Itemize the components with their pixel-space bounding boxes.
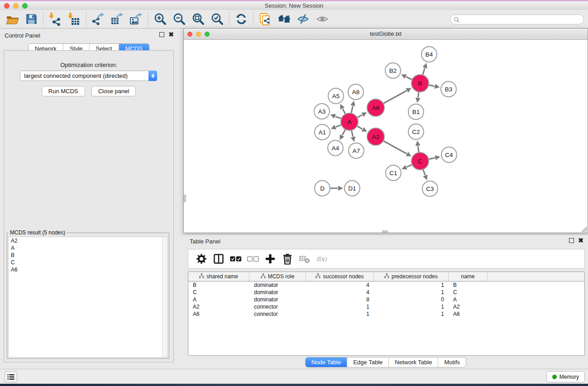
cell-successor-nodes[interactable]: 1 — [306, 311, 374, 317]
tab-motifs[interactable]: Motifs — [438, 357, 466, 367]
column-header-predecessor-nodes[interactable]: predecessor nodes — [374, 272, 449, 281]
table-row[interactable]: Bdominator41B — [188, 281, 584, 289]
graph-node-D1[interactable]: D1 — [344, 181, 360, 196]
table-row[interactable]: A6connector11A6 — [188, 310, 584, 318]
cell-predecessor-nodes[interactable]: 0 — [374, 296, 449, 303]
graph-node-A2[interactable]: A2 — [367, 128, 384, 145]
table-settings-icon[interactable] — [196, 253, 207, 265]
cell-predecessor-nodes[interactable]: 1 — [374, 289, 449, 295]
resize-grip-icon[interactable] — [582, 227, 587, 232]
table-row[interactable]: A2connector11A2 — [188, 303, 584, 310]
import-network-icon[interactable] — [48, 12, 62, 26]
add-column-icon[interactable] — [264, 253, 276, 265]
graph-node-A3[interactable]: A3 — [314, 104, 330, 119]
cell-shared-name[interactable]: B — [188, 282, 249, 288]
run-mcds-button[interactable]: Run MCDS — [42, 86, 85, 96]
open-file-icon[interactable] — [5, 12, 19, 26]
cell-name[interactable]: C — [449, 289, 488, 295]
graph-node-A8[interactable]: A8 — [348, 84, 363, 100]
refresh-icon[interactable] — [234, 12, 248, 26]
first-neighbors-icon[interactable] — [277, 12, 291, 26]
network-zoom-icon[interactable] — [205, 32, 210, 37]
float-panel-icon[interactable] — [159, 32, 164, 37]
result-node-item[interactable]: A2 — [9, 237, 167, 244]
graph-node-A4[interactable]: A4 — [328, 140, 343, 156]
graph-node-A7[interactable]: A7 — [349, 143, 364, 158]
result-node-item[interactable]: A6 — [9, 266, 167, 273]
search-field[interactable] — [450, 14, 584, 24]
cell-successor-nodes[interactable]: 4 — [306, 282, 374, 288]
column-header-successor-nodes[interactable]: successor nodes — [306, 272, 374, 281]
export-network-icon[interactable] — [91, 12, 105, 26]
table-row[interactable]: Cdominator41C — [188, 289, 584, 296]
memory-button[interactable]: Memory — [546, 371, 585, 382]
graph-node-C[interactable]: C — [411, 152, 429, 170]
cell-name[interactable]: B — [449, 282, 488, 288]
horizontal-scrollbar-thumb[interactable] — [382, 230, 388, 233]
optimization-criterion-dropdown[interactable]: largest connected component (directed) — [20, 71, 157, 81]
table-close-panel-icon[interactable]: ✖ — [578, 238, 583, 243]
cell-shared-name[interactable]: A — [188, 296, 249, 303]
cell-MCDS-role[interactable]: dominator — [249, 296, 306, 303]
delete-column-icon[interactable] — [282, 253, 293, 265]
network-close-icon[interactable] — [187, 32, 192, 37]
cell-MCDS-role[interactable]: connector — [249, 311, 306, 317]
tab-node-table[interactable]: Node Table — [306, 357, 348, 367]
result-node-item[interactable]: B — [9, 252, 167, 259]
graph-node-A[interactable]: A — [341, 113, 358, 130]
cell-name[interactable]: A — [449, 296, 488, 303]
network-canvas[interactable]: AA1A2A3A4A5A6A7A8BB1B2B3B4CC1C2C3C4DD1 — [184, 40, 588, 233]
export-image-icon[interactable] — [129, 12, 143, 26]
cell-name[interactable]: A2 — [449, 304, 488, 310]
graph-node-C1[interactable]: C1 — [386, 165, 401, 181]
close-panel-icon[interactable]: ✖ — [168, 32, 174, 37]
zoom-in-icon[interactable] — [153, 12, 167, 26]
cell-shared-name[interactable]: A6 — [188, 311, 249, 317]
graph-node-A6[interactable]: A6 — [367, 99, 384, 116]
cell-successor-nodes[interactable]: 1 — [306, 304, 374, 310]
graph-node-B2[interactable]: B2 — [385, 63, 401, 78]
zoom-fit-icon[interactable] — [191, 12, 205, 26]
cell-successor-nodes[interactable]: 4 — [306, 289, 374, 295]
cell-MCDS-role[interactable]: dominator — [249, 289, 306, 295]
table-float-panel-icon[interactable] — [569, 238, 574, 243]
close-window-icon[interactable] — [4, 3, 10, 9]
minimize-window-icon[interactable] — [13, 3, 19, 9]
import-table-icon[interactable] — [67, 12, 81, 26]
cell-shared-name[interactable]: C — [188, 289, 249, 295]
search-input[interactable] — [459, 15, 583, 24]
close-panel-button[interactable]: Close panel — [91, 86, 136, 96]
graph-node-A5[interactable]: A5 — [328, 88, 344, 104]
graph-node-B3[interactable]: B3 — [441, 81, 456, 97]
graph-node-C4[interactable]: C4 — [441, 147, 457, 162]
task-history-button[interactable] — [5, 371, 17, 382]
result-list-scrollbar[interactable] — [162, 237, 167, 357]
cell-shared-name[interactable]: A2 — [188, 304, 249, 310]
zoom-out-icon[interactable] — [172, 12, 186, 26]
column-header-shared-name[interactable]: shared name — [188, 272, 249, 281]
result-node-item[interactable]: A — [9, 244, 167, 252]
graph-node-B[interactable]: B — [411, 75, 429, 92]
graph-node-B4[interactable]: B4 — [421, 47, 437, 62]
network-snapshot-icon[interactable] — [258, 12, 272, 26]
cell-name[interactable]: A6 — [449, 311, 488, 317]
cell-successor-nodes[interactable]: 8 — [306, 296, 374, 303]
cell-predecessor-nodes[interactable]: 1 — [374, 282, 449, 288]
table-row[interactable]: Adominator80A — [188, 296, 584, 303]
result-node-item[interactable]: C — [9, 259, 167, 266]
hide-selected-icon[interactable] — [296, 12, 310, 26]
column-header-name[interactable]: name — [449, 272, 488, 281]
save-session-icon[interactable] — [24, 12, 38, 26]
graph-node-A1[interactable]: A1 — [315, 124, 330, 140]
graph-node-D[interactable]: D — [315, 181, 330, 196]
graph-node-C2[interactable]: C2 — [408, 124, 424, 139]
column-manager-icon[interactable] — [213, 253, 225, 265]
network-minimize-icon[interactable] — [196, 32, 201, 37]
tab-edge-table[interactable]: Edge Table — [347, 357, 389, 367]
cell-MCDS-role[interactable]: dominator — [249, 282, 306, 288]
cell-MCDS-role[interactable]: connector — [249, 304, 306, 310]
cell-predecessor-nodes[interactable]: 1 — [374, 311, 449, 317]
graph-node-B1[interactable]: B1 — [408, 104, 424, 119]
deselect-all-icon[interactable] — [247, 253, 259, 265]
select-all-icon[interactable] — [230, 253, 242, 265]
